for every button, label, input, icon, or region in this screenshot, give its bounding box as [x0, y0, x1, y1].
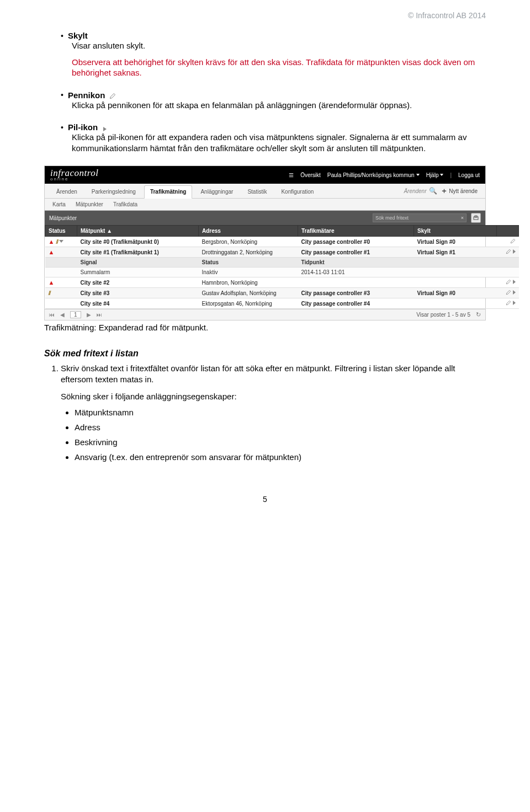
pilikon-text: Klicka på pil-ikonen för att expandera r… [72, 132, 486, 153]
col-matpunkt[interactable]: Mätpunkt ▲ [77, 226, 199, 237]
expand-right-icon[interactable] [513, 290, 516, 295]
pager: ⏮ ◀ 1 ▶ ⏭ Visar poster 1 - 5 av 5 ↻ [45, 309, 485, 320]
pager-first[interactable]: ⏮ [49, 312, 55, 318]
table-row[interactable]: City site #4 Ektorpsgatan 46, Norrköping… [45, 298, 519, 309]
figure-caption: Trafikmätning: Expanderad rad för mätpun… [44, 323, 486, 332]
signal-subheader: Signal Status Tidpunkt [45, 258, 519, 268]
mätpunkter-table: Status Mätpunkt ▲ Adress Trafikmätare Sk… [45, 225, 519, 309]
expand-right-icon[interactable] [513, 301, 516, 305]
table-row[interactable]: ▲ City site #1 (Trafikmätpunkt 1) Drottn… [45, 247, 519, 258]
skylt-title: Skylt [68, 31, 88, 40]
refresh-icon[interactable]: ↻ [476, 311, 481, 318]
bullet-dot: • [61, 32, 63, 40]
pager-page[interactable]: 1 [70, 311, 81, 318]
pilikon-title: Pil-ikon [68, 122, 98, 132]
chevron-down-icon [416, 174, 420, 176]
expand-down-icon[interactable] [59, 240, 63, 243]
table-row[interactable]: /// City site #3 Gustav Adolfsplan, Norr… [45, 288, 519, 298]
pennikon-text: Klicka på pennikonen för att skapa en fe… [72, 100, 486, 111]
print-button[interactable] [471, 213, 481, 223]
prop-adress: Adress [75, 423, 486, 432]
copyright-line: © Infracontrol AB 2014 [44, 11, 486, 20]
warning-icon: ▲ [49, 238, 55, 245]
subtab-matpunkter[interactable]: Mätpunkter [76, 201, 103, 207]
sub-tabs: Karta Mätpunkter Trafikdata [45, 199, 485, 211]
pager-summary: Visar poster 1 - 5 av 5 [416, 312, 470, 318]
main-tabs: Ärenden Parkeringsledning Trafikmätning … [45, 184, 485, 199]
table-row[interactable]: ▲ City site #2 Hamnbron, Norrköping [45, 277, 519, 288]
warning-icon: ▲ [49, 249, 55, 255]
expand-right-icon[interactable] [513, 280, 516, 284]
arrow-right-icon [102, 124, 109, 131]
nav-logout[interactable]: Logga ut [458, 172, 480, 178]
freetext-search-input[interactable]: Sök med fritext × [373, 213, 467, 222]
pencil-icon[interactable] [506, 280, 511, 286]
section-pennikon: • Pennikon Klicka på pennikonen för att … [44, 90, 486, 111]
col-status[interactable]: Status [45, 226, 77, 237]
pencil-icon[interactable] [510, 239, 516, 245]
search-icon[interactable]: 🔍 [429, 187, 437, 195]
case-search-label: Ärendenr [404, 188, 426, 194]
topbar: infracontrol online ☰ Översikt Paula Phi… [45, 166, 485, 184]
page-number: 5 [44, 495, 486, 504]
warning-icon: ▲ [49, 279, 55, 286]
nav-help[interactable]: Hjälp [426, 172, 444, 178]
pencil-icon [109, 92, 116, 98]
grid-icon[interactable]: ☰ [289, 172, 294, 178]
hatch-icon: /// [56, 238, 57, 245]
clear-icon[interactable]: × [461, 215, 464, 221]
tab-trafikmatning[interactable]: Trafikmätning [144, 185, 193, 199]
tab-arenden[interactable]: Ärenden [50, 185, 83, 198]
pencil-icon[interactable] [506, 301, 511, 307]
subtab-trafikdata[interactable]: Trafikdata [113, 201, 137, 207]
pencil-icon[interactable] [506, 249, 511, 255]
bullet-dot: • [61, 91, 63, 99]
table-row[interactable]: ▲ /// City site #0 (Trafikmätpunkt 0) Be… [45, 237, 519, 247]
skylt-note: Observera att behörighet för skylten krä… [72, 57, 486, 78]
pager-last[interactable]: ⏭ [97, 312, 102, 318]
skylt-line1: Visar ansluten skylt. [72, 40, 486, 51]
signal-subrow: Summalarm Inaktiv 2014-11-03 11:01 [45, 268, 519, 277]
tab-anlaggningar[interactable]: Anläggningar [194, 185, 239, 198]
col-trafikmatare[interactable]: Trafikmätare [298, 226, 414, 237]
list-title: Mätpunkter [49, 215, 368, 221]
col-skylt[interactable]: Skylt [414, 226, 497, 237]
pager-next[interactable]: ▶ [87, 312, 91, 318]
subtab-karta[interactable]: Karta [52, 201, 66, 207]
prop-ansvarig: Ansvarig (t.ex. den entreprenör som ansv… [75, 452, 486, 462]
bullet-dot: • [61, 124, 63, 131]
prop-matpunktsnamn: Mätpunktsnamn [75, 408, 486, 417]
nav-user[interactable]: Paula Phillips/Norrköpings kommun [327, 172, 420, 178]
app-screenshot: infracontrol online ☰ Översikt Paula Phi… [44, 165, 486, 320]
expand-right-icon[interactable] [513, 249, 516, 254]
tab-parkeringsledning[interactable]: Parkeringsledning [86, 185, 142, 198]
pencil-icon[interactable] [506, 290, 511, 296]
hatch-icon: /// [49, 290, 50, 296]
sok-step-1: Skriv önskad text i fritextfältet ovanfö… [61, 363, 486, 402]
sok-heading: Sök med fritext i listan [44, 349, 486, 359]
pennikon-title: Pennikon [68, 90, 105, 100]
pager-prev[interactable]: ◀ [60, 312, 65, 318]
list-toolbar: Mätpunkter Sök med fritext × [45, 211, 485, 225]
col-adress[interactable]: Adress [199, 226, 298, 237]
new-case-button[interactable]: ＋ Nytt ärende [441, 186, 478, 196]
section-pilikon: • Pil-ikon Klicka på pil-ikonen för att … [44, 122, 486, 153]
section-skylt: • Skylt Visar ansluten skylt. Observera … [44, 31, 486, 78]
chevron-down-icon [440, 174, 443, 176]
nav-overview[interactable]: Översikt [300, 172, 321, 178]
tab-konfiguration[interactable]: Konfiguration [275, 185, 320, 198]
prop-beskrivning: Beskrivning [75, 437, 486, 447]
tab-statistik[interactable]: Statistik [241, 185, 273, 198]
